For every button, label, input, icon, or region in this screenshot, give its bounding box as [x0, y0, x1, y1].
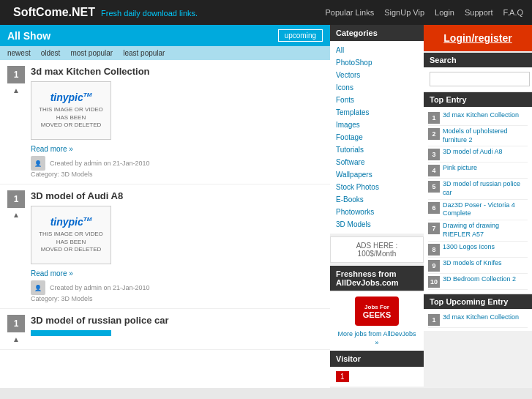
logo-tagline: Fresh daily download links. [101, 9, 198, 18]
category-software[interactable]: Software [336, 156, 418, 168]
top-entry-item: 3 3D model of Audi A8 [428, 146, 528, 163]
top-upcoming-title: Top Upcoming Entry [424, 294, 532, 309]
nav-signup-vip[interactable]: SignUp Vip [384, 8, 424, 17]
entry-link[interactable]: 3d max Kitchen Collection [443, 111, 519, 120]
tinypic-logo: tinypicTM [50, 92, 92, 103]
category-footage[interactable]: Footage [336, 131, 418, 143]
search-input[interactable] [430, 72, 530, 86]
ads-box: ADS HERE : 100$/Month [330, 236, 424, 263]
post-body: 3D model of russian police car [31, 315, 169, 336]
category-fonts[interactable]: Fonts [336, 94, 418, 106]
post-thumbnail: tinypicTM THIS IMAGE OR VIDEOHAS BEENMOV… [31, 81, 111, 140]
top-entry-item: 1 3d max Kitchen Collection [428, 110, 528, 126]
entry-link[interactable]: 3d max Kitchen Collection [443, 313, 519, 322]
top-entry-item: 8 1300 Logos Icons [428, 242, 528, 258]
category-icons[interactable]: Icons [336, 81, 418, 94]
jobs-icon: Jobs For GEEKS [355, 297, 399, 326]
post-item: 1 ▲ 3d max Kitchen Collection tinypicTM … [0, 60, 330, 184]
post-number-block: 1 ▲ [7, 190, 25, 219]
filter-most-popular[interactable]: most popular [70, 49, 113, 57]
right-sidebar: Login/register Search Go Top Entry 1 3d … [424, 25, 532, 388]
entry-link[interactable]: 3D models of Knifes [443, 259, 502, 268]
post-number: 1 [7, 66, 25, 83]
entry-number: 2 [428, 128, 440, 140]
entry-link[interactable]: Models of upholstered furniture 2 [443, 127, 528, 144]
visitor-box: 1 [330, 367, 424, 387]
post-meta: 👤 Created by admin on 21-Jan-2010 [31, 280, 150, 295]
categories-section: Categories All PhotoShop Vectors Icons F… [330, 25, 424, 234]
up-arrow-icon: ▲ [12, 335, 20, 343]
post-category: Category: 3D Models [31, 295, 150, 302]
up-arrow-icon: ▲ [12, 211, 20, 219]
top-entry-list: 1 3d max Kitchen Collection 2 Models of … [424, 107, 532, 293]
tinypic-logo: tinypicTM [50, 216, 92, 228]
category-3d-models[interactable]: 3D Models [336, 218, 418, 231]
category-ebooks[interactable]: E-Books [336, 193, 418, 206]
post-body: 3D model of Audi A8 tinypicTM THIS IMAGE… [31, 190, 150, 302]
site-logo: SoftCome.NETFresh daily download links. [9, 6, 198, 19]
category-tutorials[interactable]: Tutorials [336, 143, 418, 156]
visitor-section: Visitor 1 [330, 351, 424, 387]
top-entry-item: 2 Models of upholstered furniture 2 [428, 126, 528, 146]
top-entry-item: 6 Daz3D Poser - Victoria 4 Complete [428, 200, 528, 220]
read-more-link[interactable]: Read more » [31, 145, 73, 153]
freshness-box: Freshness from AllDevJobs.com [330, 266, 424, 291]
allshow-bar: All Show upcoming [0, 25, 330, 46]
upcoming-label: upcoming [278, 29, 323, 42]
main-nav: Popular Links SignUp Vip Login Support F… [326, 8, 523, 17]
entry-link[interactable]: 1300 Logos Icons [443, 243, 495, 252]
nav-support[interactable]: Support [465, 8, 493, 17]
filter-newest[interactable]: newest [7, 49, 31, 57]
post-number: 1 [7, 190, 25, 208]
post-author-date: Created by admin on 21-Jan-2010 [50, 160, 150, 167]
entry-number: 1 [428, 314, 440, 326]
category-photoworks[interactable]: Photoworks [336, 206, 418, 218]
entry-link[interactable]: Daz3D Poser - Victoria 4 Complete [443, 201, 528, 218]
entry-link[interactable]: Pink picture [443, 164, 477, 173]
author-avatar: 👤 [31, 156, 45, 171]
author-avatar: 👤 [31, 280, 45, 295]
nav-popular-links[interactable]: Popular Links [326, 8, 375, 17]
category-templates[interactable]: Templates [336, 106, 418, 119]
entry-number: 4 [428, 165, 440, 176]
entry-number: 7 [428, 223, 440, 234]
categories-title: Categories [330, 25, 424, 41]
visitor-title: Visitor [330, 351, 424, 367]
up-arrow-icon: ▲ [12, 86, 20, 94]
filter-tabs: newest oldest most popular least popular [0, 46, 330, 60]
top-entry-title: Top Entry [424, 92, 532, 107]
jobs-icon-line1: Jobs For [364, 304, 389, 310]
login-register-button[interactable]: Login/register [424, 25, 532, 51]
search-box: Go [424, 67, 532, 91]
category-stock-photos[interactable]: Stock Photos [336, 181, 418, 193]
filter-oldest[interactable]: oldest [41, 49, 61, 57]
filter-least-popular[interactable]: least popular [123, 49, 165, 57]
thumb-deleted-text: THIS IMAGE OR VIDEOHAS BEENMOVED OR DELE… [39, 231, 103, 253]
visitor-count: 1 [336, 371, 349, 382]
post-category: Category: 3D Models [31, 171, 150, 178]
post-title: 3D model of Audi A8 [31, 190, 150, 201]
main-content: All Show upcoming newest oldest most pop… [0, 25, 330, 388]
post-header: 1 ▲ 3D model of russian police car [7, 315, 323, 343]
entry-link[interactable]: Drawing of drawing RIEFLER A57 [443, 222, 528, 239]
entry-link[interactable]: 3D Bedroom Collection 2 [443, 275, 516, 284]
post-author-date: Created by admin on 21-Jan-2010 [50, 284, 150, 291]
logo-text: SoftCome.NET [13, 6, 95, 18]
ads-text: ADS HERE : 100$/Month [356, 242, 398, 258]
category-photoshop[interactable]: PhotoShop [336, 56, 418, 69]
read-more-link[interactable]: Read more » [31, 269, 73, 277]
top-entry-item: 5 3D model of russian police car [428, 179, 528, 199]
entry-link[interactable]: 3D model of Audi A8 [443, 148, 503, 157]
category-wallpapers[interactable]: Wallpapers [336, 168, 418, 181]
category-all[interactable]: All [336, 44, 418, 56]
allshow-title: All Show [7, 30, 50, 42]
jobs-link[interactable]: More jobs from AllDevJobs » [337, 330, 416, 346]
post-title: 3D model of russian police car [31, 315, 169, 326]
category-vectors[interactable]: Vectors [336, 69, 418, 81]
category-images[interactable]: Images [336, 119, 418, 131]
nav-faq[interactable]: F.A.Q [503, 8, 523, 17]
entry-link[interactable]: 3D model of russian police car [443, 180, 528, 197]
entry-number: 6 [428, 202, 440, 214]
nav-login[interactable]: Login [435, 8, 454, 17]
post-body: 3d max Kitchen Collection tinypicTM THIS… [31, 66, 150, 178]
